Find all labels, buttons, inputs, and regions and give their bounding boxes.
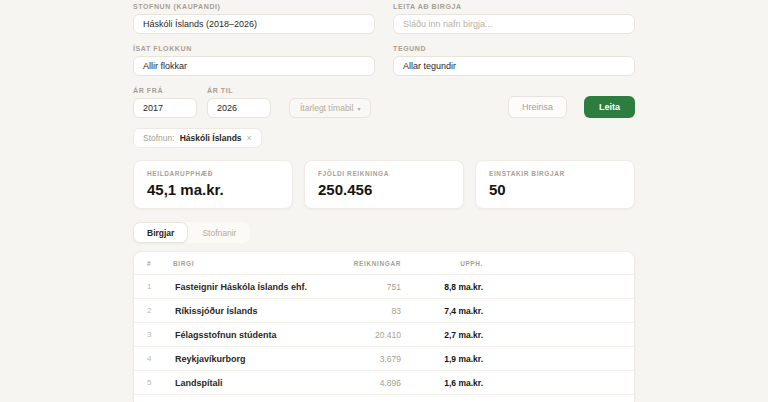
stat-label: Einstakir birgjar [489,170,621,177]
table-row[interactable]: 2 Ríkissjóður Íslands 83 7,4 ma.kr. [134,299,634,323]
chip-value: Háskóli Íslands [180,133,242,143]
invoice-count: 20.410 [323,330,401,340]
invoice-count: 751 [323,282,401,292]
hreinsa-button[interactable]: Hreinsa [508,96,567,118]
stat-card-einstakir-birgjar: Einstakir birgjar 50 [475,160,635,209]
isat-label: Ísat flokkun [133,45,375,52]
header-birgi: Birgi [173,260,323,267]
chip-prefix: Stofnun: [143,133,175,143]
amount: 1,9 ma.kr. [401,354,483,364]
stofnun-field-group: Stofnun (kaupandi) Háskóli Íslands (2018… [133,3,375,34]
leita-button[interactable]: Leita [584,96,635,118]
itarlegt-timabil-button[interactable]: Ítarlegt tímabil ▾ [289,98,371,118]
stofnun-label: Stofnun (kaupandi) [133,3,375,10]
filter-form: Stofnun (kaupandi) Háskóli Íslands (2018… [133,3,635,76]
row-number: 1 [147,282,173,291]
stofnun-select[interactable]: Háskóli Íslands (2018–2026) [133,14,375,34]
header-num: # [147,260,173,267]
stofnun-filter-chip[interactable]: Stofnun: Háskóli Íslands × [133,128,262,148]
chevron-down-icon: ▾ [357,105,360,112]
itarlegt-timabil-label: Ítarlegt tímabil [300,103,353,113]
table-row[interactable]: 4 Reykjavíkurborg 3.679 1,9 ma.kr. [134,347,634,371]
tab-stofnanir[interactable]: Stofnanir [188,222,250,243]
active-filters-row: Stofnun: Háskóli Íslands × [133,127,635,148]
tegund-field-group: Tegund Allar tegundir [393,45,635,76]
ar-til-input[interactable]: 2026 [207,98,271,118]
stat-card-fjoldi-reikninga: Fjöldi reikninga 250.456 [304,160,464,209]
invoice-count: 3.679 [323,354,401,364]
supplier-name: Reykjavíkurborg [173,354,323,364]
amount: 2,7 ma.kr. [401,330,483,340]
stat-label: Heildarupphæð [147,170,279,177]
row-number: 5 [147,378,173,387]
birgja-search-label: Leita að birgja [393,3,635,10]
isat-select[interactable]: Allir flokkar [133,56,375,76]
supplier-name: Ríkissjóður Íslands [173,306,323,316]
page-container: Stofnun (kaupandi) Háskóli Íslands (2018… [133,0,635,402]
birgjar-table: # Birgi Reikningar Upph. 1 Fasteignir Há… [133,251,635,402]
stat-value: 50 [489,181,621,198]
ar-fra-label: Ár frá [133,87,197,94]
ar-til-group: Ár til 2026 [207,87,271,118]
amount: 8,8 ma.kr. [401,282,483,292]
isat-field-group: Ísat flokkun Allir flokkar [133,45,375,76]
birgja-search-group: Leita að birgja [393,3,635,34]
invoice-count: 4.896 [323,378,401,388]
results-tabs: Birgjar Stofnanir [133,222,250,243]
row-number: 4 [147,354,173,363]
stat-card-heildarupphaed: Heildarupphæð 45,1 ma.kr. [133,160,293,209]
supplier-name: Landspítali [173,378,323,388]
table-row[interactable]: 1 Fasteignir Háskóla Íslands ehf. 751 8,… [134,275,634,299]
header-upphaed: Upph. [401,260,483,267]
supplier-name: Fasteignir Háskóla Íslands ehf. [173,282,323,292]
tab-birgjar[interactable]: Birgjar [133,222,188,243]
stat-value: 250.456 [318,181,450,198]
years-actions-row: Ár frá 2017 Ár til 2026 Ítarlegt tímabil… [133,87,635,118]
ar-fra-input[interactable]: 2017 [133,98,197,118]
supplier-name: Félagsstofnun stúdenta [173,330,323,340]
table-row[interactable]: 3 Félagsstofnun stúdenta 20.410 2,7 ma.k… [134,323,634,347]
table-header-row: # Birgi Reikningar Upph. [134,252,634,275]
ar-til-label: Ár til [207,87,271,94]
stats-row: Heildarupphæð 45,1 ma.kr. Fjöldi reiknin… [133,160,635,209]
tegund-label: Tegund [393,45,635,52]
stat-value: 45,1 ma.kr. [147,181,279,198]
tegund-select[interactable]: Allar tegundir [393,56,635,76]
table-body: 1 Fasteignir Háskóla Íslands ehf. 751 8,… [134,275,634,402]
amount: 7,4 ma.kr. [401,306,483,316]
close-icon[interactable]: × [247,133,252,143]
row-number: 2 [147,306,173,315]
table-row[interactable]: 6 Nýr Landspítali ohf. 52 1,6 ma.kr. [134,395,634,402]
table-row[interactable]: 5 Landspítali 4.896 1,6 ma.kr. [134,371,634,395]
ar-fra-group: Ár frá 2017 [133,87,197,118]
stat-label: Fjöldi reikninga [318,170,450,177]
amount: 1,6 ma.kr. [401,378,483,388]
header-reikningar: Reikningar [323,260,401,267]
invoice-count: 83 [323,306,401,316]
birgja-search-input[interactable] [393,14,635,34]
row-number: 3 [147,330,173,339]
